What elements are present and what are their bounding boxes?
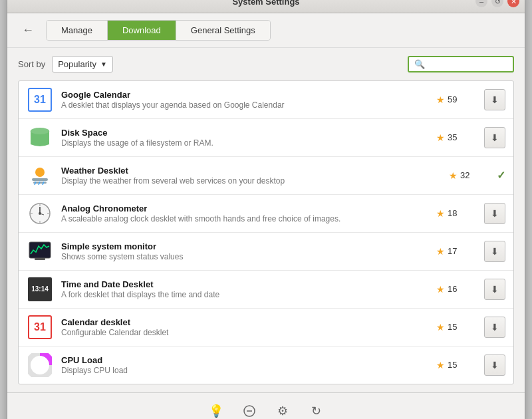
download-button[interactable]: ⬇ <box>484 317 505 338</box>
weather-svg-icon <box>28 164 52 188</box>
download-button[interactable]: ⬇ <box>484 203 505 224</box>
item-name: Time and Date Desklet <box>61 279 428 289</box>
star-icon: ★ <box>436 208 445 219</box>
item-name: Analog Chronometer <box>61 204 428 213</box>
sysmon-svg-icon <box>28 239 52 263</box>
item-icon-timedate: 13:14 <box>27 276 53 303</box>
rating-num: 59 <box>448 94 457 104</box>
settings-button[interactable]: ⚙ <box>271 400 294 420</box>
disk-icon <box>28 126 52 150</box>
item-name: Calendar desklet <box>61 317 428 327</box>
main-window: System Settings – ↺ ✕ ← Manage Download … <box>7 0 525 419</box>
item-rating: ★ 32 <box>449 170 489 181</box>
sort-dropdown[interactable]: Popularity ▼ <box>52 56 113 72</box>
star-icon: ★ <box>436 132 445 143</box>
item-desc: Configurable Calendar desklet <box>61 328 428 337</box>
item-icon-sysmon <box>27 238 53 265</box>
item-desc: A scaleable analog clock desklet with sm… <box>61 214 428 223</box>
info-button[interactable]: 💡 <box>205 400 227 420</box>
window-title: System Settings <box>232 0 299 7</box>
item-info-analog-chronometer: Analog Chronometer A scaleable analog cl… <box>61 204 428 223</box>
rating-num: 16 <box>448 284 457 294</box>
download-button[interactable]: ⬇ <box>484 279 505 300</box>
item-info-sysmon: Simple system monitor Shows some system … <box>61 241 428 261</box>
content-area: Sort by Popularity ▼ 🔍 31 Google Calenda… <box>7 48 525 392</box>
download-button[interactable]: ⬇ <box>484 127 505 148</box>
star-icon: ★ <box>436 322 445 333</box>
item-rating: ★ 18 <box>436 208 476 219</box>
svg-point-0 <box>31 128 49 134</box>
star-icon: ★ <box>449 170 458 181</box>
item-info-disk-space: Disk Space Displays the usage of a files… <box>61 128 428 148</box>
list-item: Weather Desklet Display the weather from… <box>19 157 513 195</box>
svg-point-1 <box>35 168 45 177</box>
list-item: 13:14 Time and Date Desklet A fork deskl… <box>19 271 513 309</box>
item-name: CPU Load <box>61 355 428 365</box>
download-button[interactable]: ⬇ <box>484 354 505 376</box>
rating-num: 18 <box>448 208 457 218</box>
list-item: Simple system monitor Shows some system … <box>19 233 513 271</box>
item-name: Disk Space <box>61 128 428 138</box>
item-rating: ★ 17 <box>436 246 476 257</box>
item-desc: Display the weather from several web ser… <box>61 176 441 186</box>
svg-rect-2 <box>32 178 48 181</box>
item-desc: Displays the usage of a filesystem or RA… <box>61 138 428 148</box>
tab-manage[interactable]: Manage <box>47 21 108 40</box>
remove-icon <box>243 405 255 417</box>
star-icon: ★ <box>436 246 445 257</box>
clock-svg-icon <box>28 202 52 225</box>
filter-bar: Sort by Popularity ▼ 🔍 <box>18 56 514 72</box>
items-list: 31 Google Calendar A desklet that displa… <box>18 80 514 384</box>
item-icon-calendar-desklet: 31 <box>27 314 53 341</box>
svg-rect-15 <box>29 242 51 258</box>
download-button[interactable]: ⬇ <box>484 89 505 110</box>
item-icon-cpu-load <box>27 352 53 378</box>
sort-arrow-icon: ▼ <box>100 61 107 68</box>
refresh-button[interactable]: ↻ <box>305 400 327 420</box>
tab-group: Manage Download General Settings <box>46 20 271 41</box>
list-item: 31 Google Calendar A desklet that displa… <box>19 81 513 119</box>
toolbar: ← Manage Download General Settings <box>7 13 525 48</box>
item-icon-weather <box>27 162 53 189</box>
installed-checkmark-icon: ✓ <box>497 169 505 182</box>
item-info-google-calendar: Google Calendar A desklet that displays … <box>61 90 428 110</box>
item-name: Weather Desklet <box>61 166 441 176</box>
item-info-calendar-desklet: Calendar desklet Configurable Calendar d… <box>61 317 428 337</box>
tab-download[interactable]: Download <box>108 21 176 40</box>
item-desc: Shows some system status values <box>61 252 428 261</box>
item-icon-analog-chronometer <box>27 200 53 227</box>
minimize-button[interactable]: – <box>475 0 487 7</box>
item-icon-google-calendar: 31 <box>27 86 53 113</box>
item-desc: A fork desklet that displays the time an… <box>61 290 428 299</box>
remove-button[interactable] <box>238 400 261 420</box>
item-desc: A desklet that displays your agenda base… <box>61 100 428 110</box>
window-controls: – ↺ ✕ <box>475 0 519 7</box>
item-rating: ★ 15 <box>436 322 476 333</box>
rating-num: 17 <box>448 246 457 256</box>
close-button[interactable]: ✕ <box>507 0 519 7</box>
tab-general-settings[interactable]: General Settings <box>176 21 270 40</box>
item-rating: ★ 15 <box>436 360 476 370</box>
download-button[interactable]: ⬇ <box>484 241 505 262</box>
search-input[interactable] <box>428 59 507 69</box>
search-icon: 🔍 <box>414 59 425 69</box>
svg-rect-16 <box>35 258 45 260</box>
star-icon: ★ <box>436 94 445 105</box>
cpu-svg-icon <box>28 353 52 377</box>
list-item: CPU Load Displays CPU load ★ 15 ⬇ <box>19 347 513 384</box>
back-button[interactable]: ← <box>18 22 38 39</box>
restore-button[interactable]: ↺ <box>491 0 503 7</box>
rating-num: 35 <box>448 132 457 142</box>
rating-num: 15 <box>448 322 457 332</box>
item-icon-disk-space <box>27 124 53 151</box>
list-item: Disk Space Displays the usage of a files… <box>19 119 513 157</box>
rating-num: 15 <box>448 360 457 370</box>
item-rating: ★ 16 <box>436 284 476 295</box>
item-info-cpu-load: CPU Load Displays CPU load <box>61 355 428 375</box>
item-info-timedate: Time and Date Desklet A fork desklet tha… <box>61 279 428 299</box>
star-icon: ★ <box>436 360 445 370</box>
bottom-bar: 💡 ⚙ ↻ <box>7 392 525 420</box>
item-info-weather: Weather Desklet Display the weather from… <box>61 166 441 186</box>
item-name: Google Calendar <box>61 90 428 100</box>
sort-label: Sort by <box>18 59 45 69</box>
